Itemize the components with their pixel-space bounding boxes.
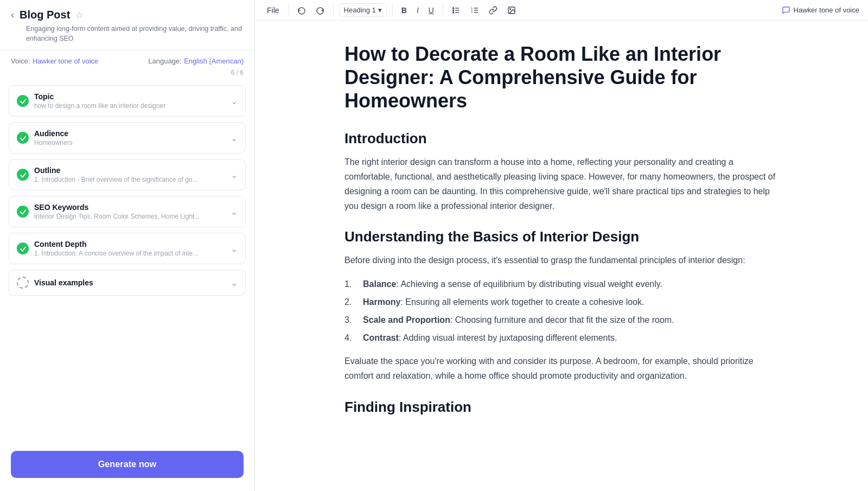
list-num-2: 2. bbox=[344, 295, 358, 309]
language-link[interactable]: English (American) bbox=[184, 57, 244, 65]
editor-content: How to Decorate a Room Like an Interior … bbox=[301, 21, 822, 491]
back-arrow[interactable]: ‹ bbox=[11, 9, 14, 21]
accordion-subtitle-seo: Interior Design Tips, Room Color Schemes… bbox=[34, 213, 213, 220]
section-para-basics-closing[interactable]: Evaluate the space you're working with a… bbox=[344, 354, 778, 383]
hawker-icon bbox=[782, 6, 790, 15]
check-icon-content-depth bbox=[17, 243, 29, 254]
bold-button[interactable]: B bbox=[398, 4, 410, 17]
list-item-4: 4. Contrast: Adding visual interest by j… bbox=[344, 330, 778, 345]
accordion-title-visual: Visual examples bbox=[34, 278, 225, 287]
pending-icon-visual bbox=[17, 277, 29, 289]
svg-text:3: 3 bbox=[471, 11, 473, 14]
accordion-item-outline[interactable]: Outline 1. Introduction - Brief overview… bbox=[9, 159, 246, 190]
accordion-item-content-depth[interactable]: Content Depth 1. Introduction: A concise… bbox=[9, 233, 246, 264]
bullet-list-button[interactable] bbox=[449, 4, 464, 17]
accordion-subtitle-topic: how to design a room like an interior de… bbox=[34, 102, 213, 110]
chevron-seo: ⌄ bbox=[231, 207, 238, 217]
hawker-label: Hawker tone of voice bbox=[794, 6, 859, 14]
list-num-4: 4. bbox=[344, 330, 358, 345]
document-title[interactable]: How to Decorate a Room Like an Interior … bbox=[344, 42, 778, 113]
separator-1 bbox=[288, 5, 289, 16]
separator-3 bbox=[392, 5, 393, 16]
toolbar: File Heading 1 ▾ B I U 123 bbox=[255, 0, 868, 21]
list-item-3: 3. Scale and Proportion: Choosing furnit… bbox=[344, 313, 778, 327]
section-para-basics-intro[interactable]: Before diving into the design process, i… bbox=[344, 253, 778, 267]
chevron-audience: ⌄ bbox=[231, 133, 238, 143]
list-num-1: 1. bbox=[344, 277, 358, 291]
right-panel: File Heading 1 ▾ B I U 123 bbox=[255, 0, 868, 491]
section-heading-basics: Understanding the Basics of Interior Des… bbox=[344, 228, 778, 245]
generate-button[interactable]: Generate now bbox=[11, 451, 244, 478]
accordion-item-seo-keywords[interactable]: SEO Keywords Interior Design Tips, Room … bbox=[9, 196, 246, 227]
check-icon-topic bbox=[17, 95, 29, 107]
left-header: ‹ Blog Post ☆ Engaging long-form content… bbox=[0, 0, 254, 50]
check-icon-seo bbox=[17, 206, 29, 218]
generate-area: Generate now bbox=[0, 442, 254, 491]
list-text-4: Contrast: Adding visual interest by juxt… bbox=[363, 330, 617, 345]
italic-button[interactable]: I bbox=[413, 4, 422, 17]
accordion-subtitle-content-depth: 1. Introduction: A concise overview of t… bbox=[34, 250, 213, 257]
list-item-1: 1. Balance: Achieving a sense of equilib… bbox=[344, 277, 778, 291]
section-heading-intro: Introduction bbox=[344, 130, 778, 147]
accordion-item-audience[interactable]: Audience Homeowners ⌄ bbox=[9, 122, 246, 154]
svg-point-5 bbox=[453, 12, 454, 13]
accordion-content-outline: Outline 1. Introduction - Brief overview… bbox=[34, 166, 225, 183]
accordion-content-visual: Visual examples bbox=[34, 278, 225, 287]
file-button[interactable]: File bbox=[264, 4, 283, 17]
page-title: Blog Post bbox=[20, 9, 70, 21]
star-icon[interactable]: ☆ bbox=[75, 10, 83, 20]
progress-text: 6 / 6 bbox=[0, 68, 254, 81]
separator-4 bbox=[443, 5, 443, 16]
check-icon-audience bbox=[17, 132, 29, 144]
accordion-title-seo: SEO Keywords bbox=[34, 203, 225, 212]
accordion-item-visual-examples[interactable]: Visual examples ⌄ bbox=[9, 270, 246, 296]
svg-point-4 bbox=[453, 10, 454, 11]
list-text-1: Balance: Achieving a sense of equilibriu… bbox=[363, 277, 662, 291]
chevron-visual: ⌄ bbox=[231, 278, 238, 288]
heading-label: Heading 1 bbox=[344, 6, 376, 14]
accordion-title-audience: Audience bbox=[34, 129, 225, 138]
svg-point-3 bbox=[453, 8, 454, 9]
image-button[interactable] bbox=[504, 4, 519, 17]
list-text-3: Scale and Proportion: Choosing furniture… bbox=[363, 313, 674, 327]
list-item-2: 2. Harmony: Ensuring all elements work t… bbox=[344, 295, 778, 309]
accordion-title-topic: Topic bbox=[34, 92, 225, 101]
separator-2 bbox=[333, 5, 334, 16]
svg-point-13 bbox=[510, 8, 511, 9]
page-subtitle: Engaging long-form content aimed at prov… bbox=[11, 24, 244, 43]
accordion-subtitle-audience: Homeowners bbox=[34, 139, 213, 146]
redo-button[interactable] bbox=[312, 4, 328, 17]
hawker-badge: Hawker tone of voice bbox=[782, 6, 859, 15]
check-icon-outline bbox=[17, 169, 29, 181]
list-num-3: 3. bbox=[344, 313, 358, 327]
voice-link[interactable]: Hawker tone of voice bbox=[33, 57, 98, 65]
underline-button[interactable]: U bbox=[425, 4, 437, 17]
accordion-list: Topic how to design a room like an inter… bbox=[0, 81, 254, 442]
section-para-intro[interactable]: The right interior design can transform … bbox=[344, 155, 778, 214]
voice-label: Voice: bbox=[11, 57, 30, 65]
accordion-item-topic[interactable]: Topic how to design a room like an inter… bbox=[9, 85, 246, 117]
accordion-subtitle-outline: 1. Introduction - Brief overview of the … bbox=[34, 176, 213, 183]
list-text-2: Harmony: Ensuring all elements work toge… bbox=[363, 295, 644, 309]
voice-lang-row: Voice: Hawker tone of voice Language: En… bbox=[0, 50, 254, 68]
heading-select[interactable]: Heading 1 ▾ bbox=[339, 3, 387, 17]
accordion-content-depth: Content Depth 1. Introduction: A concise… bbox=[34, 240, 225, 257]
accordion-content-seo: SEO Keywords Interior Design Tips, Room … bbox=[34, 203, 225, 220]
accordion-content-audience: Audience Homeowners bbox=[34, 129, 225, 146]
chevron-outline: ⌄ bbox=[231, 170, 238, 180]
heading-chevron: ▾ bbox=[378, 6, 382, 14]
basics-list: 1. Balance: Achieving a sense of equilib… bbox=[344, 277, 778, 346]
link-button[interactable] bbox=[486, 4, 501, 17]
accordion-title-outline: Outline bbox=[34, 166, 225, 175]
undo-button[interactable] bbox=[294, 4, 309, 17]
accordion-content-topic: Topic how to design a room like an inter… bbox=[34, 92, 225, 110]
chevron-topic: ⌄ bbox=[231, 96, 238, 106]
language-label: Language: bbox=[148, 57, 181, 65]
chevron-content-depth: ⌄ bbox=[231, 244, 238, 254]
left-panel: ‹ Blog Post ☆ Engaging long-form content… bbox=[0, 0, 255, 491]
accordion-title-content-depth: Content Depth bbox=[34, 240, 225, 248]
ordered-list-button[interactable]: 123 bbox=[467, 4, 482, 17]
section-heading-inspiration: Finding Inspiration bbox=[344, 399, 778, 416]
